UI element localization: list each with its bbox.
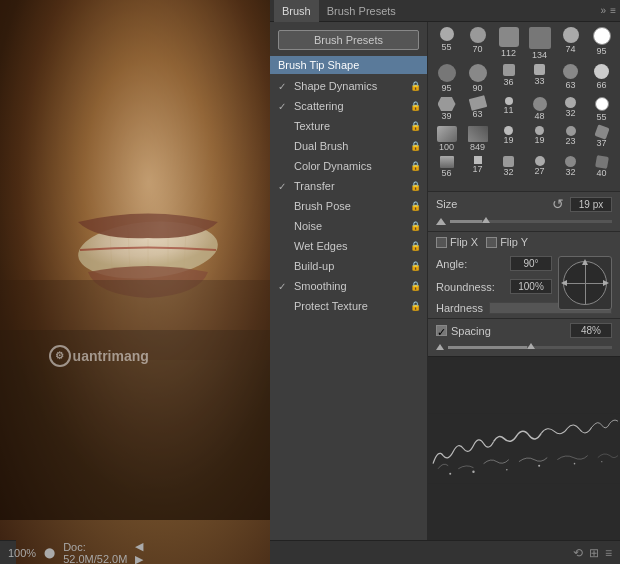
bottom-icon-1[interactable]: ⟲ (573, 546, 583, 560)
roundness-input[interactable]: 100% (510, 279, 552, 294)
photo-background: ⚙ uantrimang (0, 0, 270, 564)
preset-27[interactable]: 27 (525, 155, 554, 179)
flip-section: Flip X Flip Y (428, 232, 620, 252)
angle-section: Angle: 90° Roundness: 100% (428, 252, 620, 298)
angle-widget[interactable] (558, 256, 612, 310)
brush-presets-button[interactable]: Brush Presets (278, 30, 419, 50)
preset-37[interactable]: 37 (587, 125, 616, 153)
watermark: ⚙ uantrimang (49, 345, 149, 367)
option-scattering[interactable]: Scattering 🔒 (270, 96, 427, 116)
preset-95b[interactable]: 95 (432, 63, 461, 94)
watermark-text: uantrimang (73, 348, 149, 364)
svg-point-11 (472, 471, 474, 473)
preset-63b[interactable]: 63 (463, 96, 492, 123)
option-texture[interactable]: Texture 🔒 (270, 116, 427, 136)
flip-y-checkbox[interactable] (486, 237, 497, 248)
lock-icon-texture: 🔒 (410, 121, 421, 131)
lock-icon-noise: 🔒 (410, 221, 421, 231)
preset-112[interactable]: 112 (494, 26, 523, 61)
preset-32c[interactable]: 32 (556, 155, 585, 179)
tab-brush[interactable]: Brush (274, 0, 319, 22)
flip-x-row[interactable]: Flip X (436, 236, 478, 248)
svg-point-12 (506, 469, 508, 471)
option-protect-texture[interactable]: Protect Texture 🔒 (270, 296, 427, 316)
brush-sidebar: Brush Presets Brush Tip Shape Shape Dyna… (270, 22, 428, 540)
option-smoothing[interactable]: Smoothing 🔒 (270, 276, 427, 296)
preset-63[interactable]: 63 (556, 63, 585, 94)
presets-grid[interactable]: 55 70 112 134 74 95 95 90 36 33 63 66 (428, 22, 620, 192)
bottom-icon-3[interactable]: ≡ (605, 546, 612, 560)
angle-dot-left (561, 280, 567, 286)
tab-icons: » ≡ (601, 5, 616, 16)
lock-icon-transfer: 🔒 (410, 181, 421, 191)
lock-icon-shape: 🔒 (410, 81, 421, 91)
flip-x-label: Flip X (450, 236, 478, 248)
preset-90[interactable]: 90 (463, 63, 492, 94)
lock-icon-scatter: 🔒 (410, 101, 421, 111)
size-section: Size ↺ 19 px (428, 192, 620, 232)
preset-55c[interactable]: 55 (587, 96, 616, 123)
flip-y-row[interactable]: Flip Y (486, 236, 528, 248)
brush-tip-shape-header[interactable]: Brush Tip Shape (270, 56, 427, 74)
preset-95[interactable]: 95 (587, 26, 616, 61)
angle-input[interactable]: 90° (510, 256, 552, 271)
option-dual-brush[interactable]: Dual Brush 🔒 (270, 136, 427, 156)
option-wet-edges[interactable]: Wet Edges 🔒 (270, 236, 427, 256)
option-noise[interactable]: Noise 🔒 (270, 216, 427, 236)
preset-32[interactable]: 32 (556, 96, 585, 123)
preset-39[interactable]: 39 (432, 96, 461, 123)
preset-17[interactable]: 17 (463, 155, 492, 179)
preset-849[interactable]: 849 (463, 125, 492, 153)
option-color-dynamics[interactable]: Color Dynamics 🔒 (270, 156, 427, 176)
spacing-value[interactable]: 48% (570, 323, 612, 338)
preset-100[interactable]: 100 (432, 125, 461, 153)
spacing-checkbox[interactable]: ✓ (436, 325, 447, 336)
option-transfer[interactable]: Transfer 🔒 (270, 176, 427, 196)
tab-close-icon[interactable]: ≡ (610, 5, 616, 16)
option-shape-dynamics[interactable]: Shape Dynamics 🔒 (270, 76, 427, 96)
size-arrow-up[interactable] (436, 218, 446, 225)
preset-66[interactable]: 66 (587, 63, 616, 94)
angle-dot-right (603, 280, 609, 286)
preview-area (428, 356, 620, 540)
preset-55[interactable]: 55 (432, 26, 461, 61)
tab-brush-presets[interactable]: Brush Presets (319, 0, 404, 22)
flip-x-checkbox[interactable] (436, 237, 447, 248)
preset-56[interactable]: 56 (432, 155, 461, 179)
angle-circle (563, 261, 607, 305)
option-brush-pose[interactable]: Brush Pose 🔒 (270, 196, 427, 216)
preset-33[interactable]: 33 (525, 63, 554, 94)
hardness-label: Hardness (436, 302, 483, 314)
size-label: Size (436, 198, 457, 210)
zoom-level: 100% (8, 547, 36, 559)
watermark-icon: ⚙ (49, 345, 71, 367)
preset-19b[interactable]: 19 (525, 125, 554, 153)
status-doc: Doc: 52.0M/52.0M (63, 541, 127, 565)
preset-70[interactable]: 70 (463, 26, 492, 61)
preset-32b[interactable]: 32 (494, 155, 523, 179)
bottom-icon-2[interactable]: ⊞ (589, 546, 599, 560)
brush-right-panel: 55 70 112 134 74 95 95 90 36 33 63 66 (428, 22, 620, 540)
spacing-section: ✓ Spacing 48% (428, 318, 620, 356)
status-bar: 100% ⬤ Doc: 52.0M/52.0M ◀ ▶ (0, 540, 16, 564)
lock-icon-dual: 🔒 (410, 141, 421, 151)
spacing-arrow[interactable] (436, 344, 444, 350)
option-buildup[interactable]: Build-up 🔒 (270, 256, 427, 276)
presets-scroll-container: 55 70 112 134 74 95 95 90 36 33 63 66 (432, 26, 616, 179)
size-value[interactable]: 19 px (570, 197, 612, 212)
lock-icon-buildup: 🔒 (410, 261, 421, 271)
preset-36[interactable]: 36 (494, 63, 523, 94)
flip-y-label: Flip Y (500, 236, 528, 248)
tab-menu-icon[interactable]: » (601, 5, 607, 16)
preset-134[interactable]: 134 (525, 26, 554, 61)
preset-19[interactable]: 19 (494, 125, 523, 153)
spacing-row: ✓ Spacing 48% (436, 323, 612, 338)
lock-icon-color: 🔒 (410, 161, 421, 171)
svg-rect-9 (428, 413, 620, 484)
preset-23[interactable]: 23 (556, 125, 585, 153)
size-reset-icon[interactable]: ↺ (552, 196, 564, 212)
preset-74[interactable]: 74 (556, 26, 585, 61)
preset-48[interactable]: 48 (525, 96, 554, 123)
preset-40[interactable]: 40 (587, 155, 616, 179)
preset-11[interactable]: 11 (494, 96, 523, 123)
